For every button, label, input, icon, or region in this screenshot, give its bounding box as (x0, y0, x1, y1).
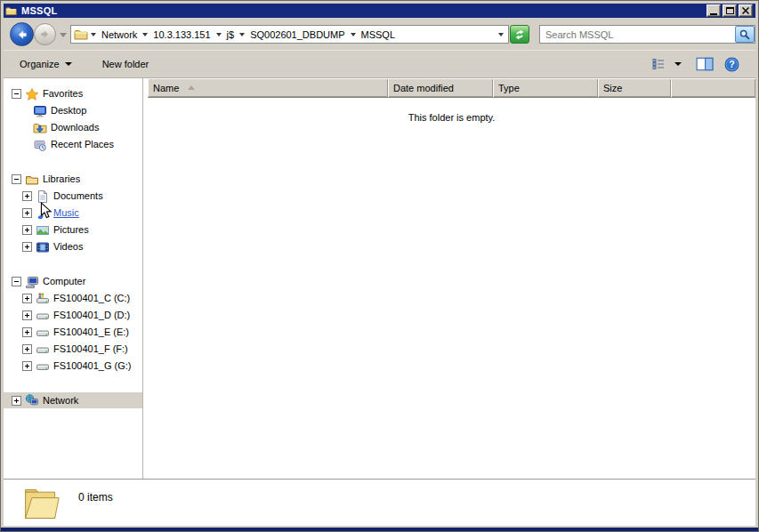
sidebar-item-favorites[interactable]: Favorites (4, 85, 142, 102)
sidebar-label: Desktop (51, 102, 86, 119)
organize-button[interactable]: Organize (12, 56, 79, 72)
expand-icon[interactable] (22, 208, 32, 218)
maximize-button[interactable] (723, 4, 737, 17)
drive-icon (36, 326, 50, 340)
svg-text:?: ? (729, 59, 734, 69)
collapse-icon[interactable] (12, 89, 21, 99)
sidebar-item-computer[interactable]: Computer (4, 273, 142, 290)
breadcrumb-separator-icon[interactable] (142, 33, 148, 36)
collapse-icon[interactable] (12, 174, 21, 184)
column-header-name[interactable]: Name (148, 78, 388, 97)
sidebar-item-pictures[interactable]: Pictures (4, 222, 142, 238)
pictures-icon (36, 223, 50, 238)
expand-icon[interactable] (22, 327, 32, 337)
expand-icon[interactable] (22, 191, 32, 201)
sidebar-item-videos[interactable]: Videos (4, 238, 142, 255)
search-button[interactable] (735, 26, 755, 43)
breadcrumb-separator-icon[interactable] (351, 33, 356, 36)
close-button[interactable] (739, 4, 753, 17)
sidebar-item-drive-e[interactable]: FS100401_E (E:) (4, 324, 142, 341)
back-button[interactable] (10, 22, 34, 46)
folder-preview-icon (21, 483, 61, 524)
sidebar-item-downloads[interactable]: Downloads (4, 119, 142, 136)
music-note-icon (36, 206, 50, 221)
expand-icon[interactable] (22, 242, 32, 252)
sidebar-item-recent-places[interactable]: Recent Places (4, 136, 142, 153)
sidebar-item-drive-c[interactable]: FS100401_C (C:) (4, 290, 142, 307)
expand-icon[interactable] (22, 225, 32, 235)
expand-icon[interactable] (22, 361, 32, 371)
collapse-icon[interactable] (12, 277, 21, 286)
breadcrumb-item-dbdump[interactable]: SQ002601_DBDUMP (246, 29, 348, 40)
sidebar-label-hovered: Music (53, 205, 79, 222)
column-header-blank[interactable] (671, 78, 755, 97)
expand-icon[interactable] (22, 344, 32, 354)
magnifier-icon (739, 28, 751, 41)
minimize-icon (710, 13, 717, 15)
column-header-date-modified[interactable]: Date modified (388, 78, 493, 97)
expand-icon[interactable] (12, 396, 21, 406)
new-folder-button[interactable]: New folder (95, 56, 157, 72)
navigation-bar: Network 10.3.133.151 j$ SQ002601_DBDUMP … (4, 18, 755, 50)
refresh-button[interactable] (510, 25, 529, 44)
help-button[interactable]: ? (723, 55, 741, 74)
sidebar-item-documents[interactable]: Documents (4, 188, 142, 205)
arrow-right-icon (39, 28, 51, 40)
preview-pane-button[interactable] (694, 55, 715, 73)
column-label: Name (153, 83, 179, 93)
documents-icon (36, 189, 50, 204)
sidebar-label: FS100401_F (F:) (53, 341, 128, 358)
sidebar-label: Computer (43, 273, 85, 290)
expand-icon[interactable] (22, 294, 32, 303)
recent-pages-dropdown[interactable] (60, 33, 67, 37)
sidebar-label: Libraries (43, 171, 80, 188)
item-count: 0 items (78, 491, 113, 504)
sidebar-item-libraries[interactable]: Libraries (4, 171, 142, 188)
change-view-button[interactable] (650, 55, 667, 73)
drive-icon (36, 359, 50, 374)
address-history-dropdown-icon[interactable] (498, 33, 504, 36)
breadcrumb-separator-icon[interactable] (216, 33, 222, 36)
content-area: Favorites Desktop Downloads Recent Place… (4, 78, 755, 479)
window-title: MSSQL (21, 5, 58, 16)
forward-button[interactable] (34, 23, 56, 45)
sidebar-label: FS100401_D (D:) (53, 307, 130, 324)
column-header-type[interactable]: Type (493, 78, 598, 97)
libraries-icon (25, 173, 39, 187)
empty-folder-message: This folder is empty. (148, 112, 755, 123)
expand-icon[interactable] (22, 310, 32, 320)
sidebar-item-network[interactable]: Network (4, 392, 142, 408)
toolbar-right-group: ? (650, 55, 741, 74)
title-bar[interactable]: MSSQL (4, 4, 755, 18)
window-folder-icon (4, 5, 18, 17)
sidebar-item-drive-f[interactable]: FS100401_F (F:) (4, 341, 142, 358)
breadcrumb-item-share[interactable]: j$ (223, 29, 238, 40)
organize-label: Organize (20, 59, 60, 69)
search-box (539, 25, 755, 44)
drive-icon (36, 309, 50, 323)
sidebar-label: FS100401_E (E:) (53, 324, 129, 341)
sidebar-label: Downloads (51, 119, 99, 136)
sidebar-item-desktop[interactable]: Desktop (4, 102, 142, 119)
minimize-button[interactable] (707, 4, 721, 17)
drive-icon (36, 343, 50, 357)
breadcrumb-item-host[interactable]: 10.3.133.151 (149, 29, 214, 40)
sidebar-label: Pictures (53, 222, 89, 238)
breadcrumb-item-network[interactable]: Network (98, 29, 141, 40)
sidebar-item-drive-g[interactable]: FS100401_G (G:) (4, 358, 142, 375)
view-options-dropdown-icon[interactable] (674, 62, 682, 66)
sidebar-label: Favorites (43, 85, 83, 102)
desktop-icon (33, 104, 47, 118)
downloads-folder-icon (33, 121, 47, 135)
sidebar-item-drive-d[interactable]: FS100401_D (D:) (4, 307, 142, 324)
breadcrumb-separator-icon[interactable] (239, 33, 245, 36)
breadcrumb-item-mssql[interactable]: MSSQL (358, 29, 400, 40)
breadcrumb-separator-icon[interactable] (91, 33, 96, 36)
list-view-icon (651, 57, 666, 71)
breadcrumb-folder-icon (74, 28, 88, 42)
search-input[interactable] (540, 29, 735, 40)
sidebar-item-music[interactable]: Music (4, 205, 142, 222)
address-breadcrumb-bar[interactable]: Network 10.3.133.151 j$ SQ002601_DBDUMP … (70, 25, 509, 44)
command-toolbar: Organize New folder (4, 50, 755, 78)
column-header-size[interactable]: Size (598, 78, 671, 97)
